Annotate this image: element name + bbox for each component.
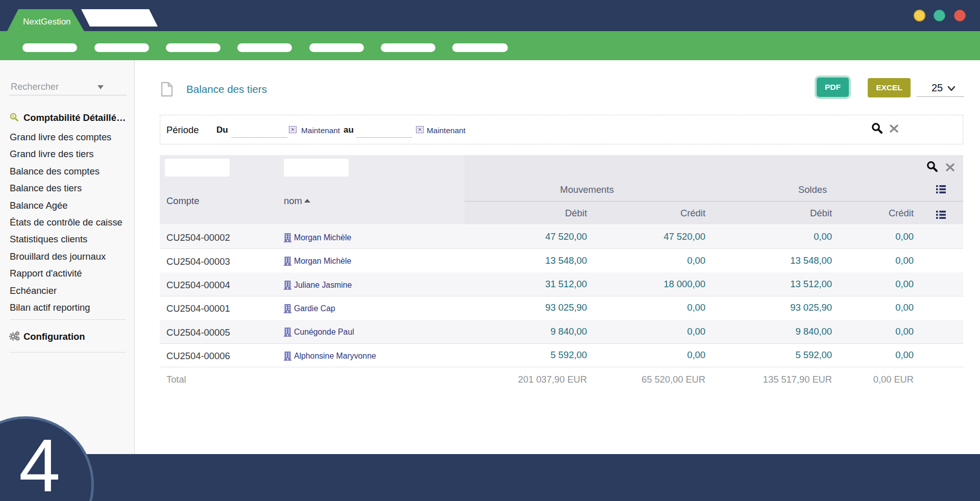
svg-text:$: $: [12, 114, 15, 119]
